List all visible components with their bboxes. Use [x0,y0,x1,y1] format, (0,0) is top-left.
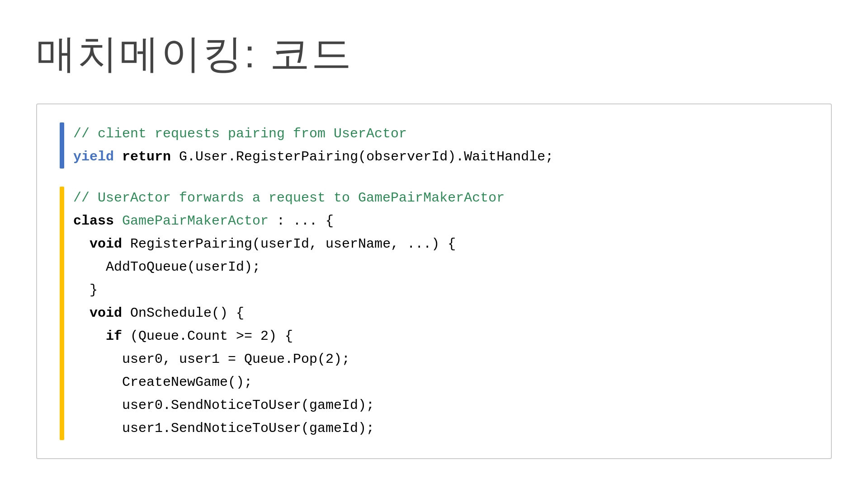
code-text: OnSchedule() { [122,305,244,321]
class-name: GamePairMakerActor [122,213,269,229]
code-line: } [73,279,808,302]
keyword: if [106,328,122,344]
code-text [73,305,90,321]
code-text: : ... { [269,213,334,229]
code-text: } [73,282,98,298]
keyword: class [73,213,114,229]
code-line: void RegisterPairing(userId, userName, .… [73,233,808,256]
section1-bar [60,122,64,169]
code-line: user1.SendNoticeToUser(gameId); [73,417,808,440]
code-line: user0, user1 = Queue.Pop(2); [73,348,808,371]
page-title: 매치메이킹: 코드 [36,27,832,81]
code-text [114,149,122,164]
code-text: user0, user1 = Queue.Pop(2); [73,352,350,367]
code-line: // UserActor forwards a request to GameP… [73,187,808,210]
code-text: (Queue.Count >= 2) { [122,328,293,344]
code-text [73,236,90,252]
code-line: AddToQueue(userId); [73,256,808,279]
code-text: G.User.RegisterPairing(observerId).WaitH… [171,149,553,164]
keyword: void [90,236,122,252]
page-container: 매치메이킹: 코드 // client requests pairing fro… [0,0,868,488]
code-text: AddToQueue(userId); [73,259,260,275]
code-line: void OnSchedule() { [73,302,808,325]
code-text [114,213,122,229]
code-section-1: // client requests pairing from UserActo… [60,122,808,169]
section2-bar [60,187,64,440]
keyword: yield [73,149,114,164]
code-line: // client requests pairing from UserActo… [73,122,808,145]
code-text: user1.SendNoticeToUser(gameId); [73,421,374,436]
section1-content: // client requests pairing from UserActo… [73,122,808,169]
code-line: if (Queue.Count >= 2) { [73,325,808,348]
keyword: void [90,305,122,321]
section2-content: // UserActor forwards a request to GameP… [73,187,808,440]
comment-text: // client requests pairing from UserActo… [73,126,407,141]
code-block: // client requests pairing from UserActo… [36,103,832,459]
code-text: CreateNewGame(); [73,375,252,390]
code-line: user0.SendNoticeToUser(gameId); [73,394,808,417]
code-text: user0.SendNoticeToUser(gameId); [73,398,374,413]
code-line: CreateNewGame(); [73,371,808,394]
code-section-2: // UserActor forwards a request to GameP… [60,187,808,440]
code-text [73,328,106,344]
code-text: RegisterPairing(userId, userName, ...) { [122,236,456,252]
keyword: return [122,149,171,164]
code-line: yield return G.User.RegisterPairing(obse… [73,145,808,169]
spacer [60,173,808,187]
comment-text: // UserActor forwards a request to GameP… [73,190,505,206]
code-line: class GamePairMakerActor : ... { [73,210,808,233]
